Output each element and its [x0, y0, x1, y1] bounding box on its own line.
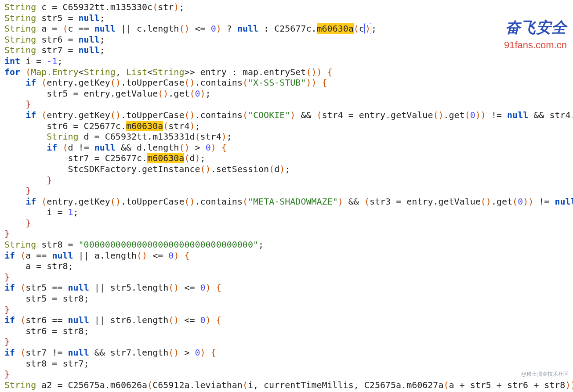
caret-position: ) — [364, 23, 371, 34]
highlight-m60630a-2: m60630a — [126, 121, 163, 131]
highlight-m60630a-3: m60630a — [147, 153, 184, 163]
watermark-url: 91fans.com.cn — [504, 40, 567, 51]
bottom-watermark: @稀土掘金技术社区 — [521, 370, 569, 378]
code-block: String c = C65932tt.m135330c(str); Strin… — [4, 2, 573, 390]
highlight-m60630a-1: m60630a — [317, 23, 354, 34]
watermark-brand: 奋飞安全 — [504, 18, 567, 38]
watermark-logo: 奋飞安全 91fans.com.cn — [504, 18, 567, 51]
